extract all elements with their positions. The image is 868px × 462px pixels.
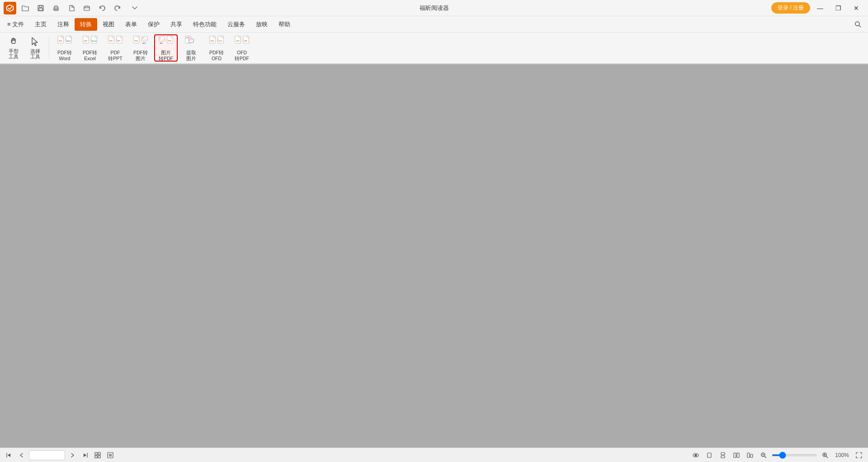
svg-rect-1 — [39, 5, 42, 7]
svg-text:IMG: IMG — [142, 43, 146, 44]
pdf-to-excel-icon: PDF → Excel — [83, 34, 97, 49]
menu-view[interactable]: 视图 — [97, 18, 120, 31]
maximize-button[interactable]: ❐ — [830, 0, 846, 16]
svg-rect-63 — [721, 456, 725, 458]
pdf-to-word-label: PDF转Word — [57, 50, 72, 61]
facing-page-button[interactable] — [731, 450, 742, 461]
dropdown-button[interactable] — [127, 3, 143, 14]
menu-help[interactable]: 帮助 — [273, 18, 296, 31]
divider-1 — [49, 37, 49, 59]
svg-text:PDF: PDF — [211, 40, 214, 42]
svg-rect-64 — [734, 453, 736, 457]
menu-protect[interactable]: 保护 — [142, 18, 165, 31]
hand-icon — [6, 36, 21, 48]
pdf-to-ppt-label: PDF转PPT — [108, 50, 122, 61]
main-content — [0, 64, 868, 448]
titlebar: 福昕阅读器 登录 / 注册 — ❐ ✕ — [0, 0, 868, 16]
prev-page-button[interactable] — [16, 450, 27, 461]
ofd-to-pdf-icon: OFD → PDF — [235, 34, 249, 49]
last-page-button[interactable] — [80, 450, 90, 461]
close-button[interactable]: ✕ — [848, 0, 864, 16]
menu-convert[interactable]: 转换 — [75, 18, 97, 31]
svg-point-27 — [142, 38, 144, 39]
toolbar: 手型工具 选择工具 PDF → Word — [0, 33, 868, 64]
svg-rect-65 — [737, 453, 739, 457]
img-to-pdf-icon: IMG → PDF — [159, 34, 173, 49]
print-button[interactable] — [50, 3, 62, 14]
svg-text:PDF: PDF — [168, 40, 172, 42]
search-button[interactable] — [850, 21, 866, 28]
svg-text:PPT: PPT — [117, 40, 121, 42]
bottombar-left — [4, 450, 116, 461]
new-file-button[interactable] — [65, 3, 78, 14]
pdf-to-img-tool[interactable]: PDF → IMG PDF转图片 — [129, 34, 152, 62]
minimize-button[interactable]: — — [812, 0, 828, 16]
svg-text:Excel: Excel — [92, 40, 96, 42]
save-button[interactable] — [34, 3, 47, 14]
zoom-in-button[interactable] — [820, 450, 830, 461]
single-page-button[interactable] — [704, 450, 715, 461]
outline-view-button[interactable] — [105, 450, 116, 461]
titlebar-left — [4, 2, 143, 14]
select-icon — [28, 36, 42, 48]
svg-text:Word: Word — [66, 40, 71, 42]
svg-text:PDF: PDF — [84, 40, 88, 42]
extract-img-label: 提取图片 — [186, 50, 196, 61]
redo-button[interactable] — [111, 3, 124, 14]
thumbnail-view-button[interactable] — [92, 450, 103, 461]
pdf-to-ppt-tool[interactable]: PDF → PPT PDF转PPT — [104, 34, 127, 62]
svg-rect-4 — [55, 9, 57, 10]
menu-home[interactable]: 主页 — [29, 18, 52, 31]
svg-rect-29 — [159, 37, 165, 41]
img-to-pdf-tool[interactable]: IMG → PDF 图片转PDF — [154, 34, 178, 62]
login-button[interactable]: 登录 / 注册 — [771, 2, 810, 14]
svg-line-72 — [826, 456, 828, 458]
svg-text:IMG: IMG — [160, 43, 163, 44]
svg-text:PDF: PDF — [135, 40, 138, 42]
pdf-to-ofd-tool[interactable]: PDF → OFD PDF转OFD — [205, 34, 228, 62]
app-logo — [4, 2, 16, 14]
svg-line-69 — [764, 456, 766, 458]
ofd-to-pdf-tool[interactable]: OFD → PDF OFD转PDF — [230, 34, 254, 62]
extract-img-tool[interactable]: PDF 提取图片 — [179, 34, 203, 62]
svg-rect-67 — [750, 454, 753, 457]
svg-text:OFD: OFD — [236, 40, 240, 42]
undo-button[interactable] — [96, 3, 108, 14]
menu-present[interactable]: 放映 — [250, 18, 273, 31]
fullscreen-button[interactable] — [854, 450, 864, 461]
new-tab-button[interactable] — [80, 3, 93, 14]
next-page-button[interactable] — [67, 450, 78, 461]
zoom-slider[interactable] — [772, 454, 817, 456]
svg-rect-51 — [95, 452, 97, 455]
svg-text:OFD: OFD — [218, 40, 222, 42]
continuous-page-button[interactable] — [717, 450, 728, 461]
menu-comment[interactable]: 注释 — [52, 18, 75, 31]
svg-rect-2 — [39, 8, 42, 10]
select-tool[interactable]: 选择工具 — [25, 34, 45, 62]
page-input[interactable] — [29, 450, 65, 460]
open-button[interactable] — [19, 3, 32, 14]
pdf-to-excel-tool[interactable]: PDF → Excel PDF转Excel — [78, 34, 102, 62]
svg-text:PDF: PDF — [59, 40, 62, 42]
reading-mode-button[interactable] — [745, 450, 755, 461]
select-tool-label: 选择工具 — [30, 48, 40, 60]
eye-view-button[interactable] — [690, 450, 701, 461]
bottombar-right: 100% — [690, 450, 864, 461]
menu-form[interactable]: 表单 — [120, 18, 142, 31]
first-page-button[interactable] — [4, 450, 14, 461]
menu-file[interactable]: ≡ 文件 — [2, 18, 29, 31]
img-to-pdf-label: 图片转PDF — [159, 50, 173, 61]
titlebar-right: 登录 / 注册 — ❐ ✕ — [771, 0, 864, 16]
svg-text:PDF: PDF — [109, 40, 113, 42]
svg-rect-62 — [721, 452, 725, 455]
menu-special[interactable]: 特色功能 — [188, 18, 222, 31]
pdf-to-word-tool[interactable]: PDF → Word PDF转Word — [53, 34, 76, 62]
svg-point-30 — [159, 38, 160, 39]
menu-cloud[interactable]: 云服务 — [222, 18, 250, 31]
app-title: 福昕阅读器 — [420, 4, 449, 12]
menu-share[interactable]: 共享 — [165, 18, 188, 31]
svg-text:PDF: PDF — [186, 38, 189, 39]
hand-tool[interactable]: 手型工具 — [4, 34, 24, 62]
menubar: ≡ 文件 主页 注释 转换 视图 表单 保护 共享 特色功能 云服务 放映 帮助 — [0, 16, 868, 33]
zoom-out-button[interactable] — [758, 450, 769, 461]
